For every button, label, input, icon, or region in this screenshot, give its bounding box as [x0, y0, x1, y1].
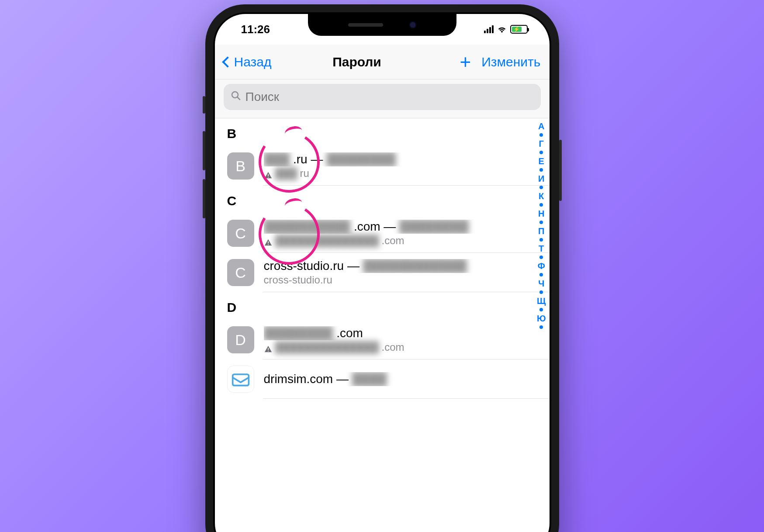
row-body: cross-studio.ru — ████████████cross-stud…: [264, 259, 537, 286]
row-title: ██████████.com — ████████: [264, 220, 537, 234]
row-subtitle: ███ru: [264, 167, 537, 180]
password-row[interactable]: Ccross-studio.ru — ████████████cross-stu…: [215, 253, 550, 292]
warning-icon: [264, 237, 273, 245]
section-header-D: D: [215, 292, 550, 320]
index-letter[interactable]: Щ: [537, 297, 546, 305]
row-title: cross-studio.ru — ████████████: [264, 259, 537, 273]
index-letter[interactable]: Ч: [538, 279, 544, 288]
svg-line-1: [237, 97, 240, 100]
alphabet-index[interactable]: АГЕИКНПТФЧЩЮ: [537, 120, 546, 399]
row-body: drimsim.com — ████: [264, 372, 537, 386]
notch: [308, 14, 456, 36]
site-initial-icon: C: [227, 220, 254, 247]
index-dot: [539, 290, 543, 294]
row-subtitle: cross-studio.ru: [264, 274, 537, 286]
index-letter[interactable]: К: [539, 192, 544, 200]
index-letter[interactable]: А: [538, 122, 544, 131]
section-header-B: B: [215, 118, 550, 146]
add-button[interactable]: +: [460, 51, 471, 73]
password-row[interactable]: B███.ru — ████████ ███ru: [215, 146, 550, 186]
site-favicon: [227, 366, 254, 393]
page-title: Пароли: [254, 55, 460, 69]
svg-rect-2: [268, 174, 269, 176]
row-title: drimsim.com — ████: [264, 372, 537, 386]
svg-rect-6: [268, 348, 269, 350]
nav-bar: Назад Пароли + Изменить: [215, 45, 550, 79]
svg-rect-7: [268, 351, 269, 352]
site-initial-icon: D: [227, 326, 254, 353]
svg-rect-3: [268, 177, 269, 178]
edit-button[interactable]: Изменить: [481, 55, 540, 69]
index-letter[interactable]: Ю: [537, 314, 546, 323]
row-title: ███.ru — ████████: [264, 152, 537, 166]
password-row[interactable]: D████████.com ██████████████.com: [215, 320, 550, 359]
site-initial-icon: C: [227, 259, 254, 286]
index-letter[interactable]: Т: [539, 244, 544, 253]
cellular-signal-icon: [484, 25, 494, 33]
status-time: 11:26: [241, 23, 270, 36]
row-body: ██████████.com — ████████ ██████████████…: [264, 220, 537, 247]
index-dot: [539, 273, 543, 276]
index-letter[interactable]: И: [538, 174, 544, 183]
svg-rect-5: [268, 244, 269, 245]
row-title: ████████.com: [264, 326, 537, 340]
index-dot: [539, 221, 543, 224]
svg-rect-8: [232, 374, 249, 386]
status-right: ⚡: [484, 25, 528, 34]
password-row[interactable]: drimsim.com — ████: [215, 359, 550, 399]
index-letter[interactable]: Е: [539, 157, 544, 166]
wifi-icon: [497, 25, 507, 33]
password-row[interactable]: C██████████.com — ████████ █████████████…: [215, 214, 550, 253]
index-dot: [539, 151, 543, 154]
warning-icon: [264, 169, 273, 177]
index-dot: [539, 133, 543, 137]
warning-icon: [264, 343, 273, 351]
screen: 11:26 ⚡ Назад Па: [215, 14, 550, 532]
row-body: ███.ru — ████████ ███ru: [264, 152, 537, 180]
index-dot: [539, 308, 543, 311]
password-list[interactable]: BB███.ru — ████████ ███ruCC██████████.co…: [215, 118, 550, 399]
battery-icon: ⚡: [510, 25, 528, 34]
svg-rect-4: [268, 242, 269, 244]
search-icon: [231, 90, 241, 104]
row-subtitle: ██████████████.com: [264, 341, 537, 353]
index-dot: [539, 203, 543, 207]
phone-frame: 11:26 ⚡ Назад Па: [205, 4, 559, 532]
index-letter[interactable]: Г: [539, 139, 544, 148]
index-dot: [539, 238, 543, 242]
site-initial-icon: B: [227, 152, 254, 180]
index-letter[interactable]: Н: [538, 209, 544, 218]
search-field[interactable]: [224, 84, 541, 110]
search-input[interactable]: [245, 90, 534, 104]
section-header-C: C: [215, 186, 550, 214]
index-letter[interactable]: Ф: [538, 262, 545, 270]
index-dot: [539, 256, 543, 259]
index-dot: [539, 325, 543, 329]
index-dot: [539, 186, 543, 189]
row-subtitle: ██████████████.com: [264, 235, 537, 247]
index-letter[interactable]: П: [538, 227, 544, 235]
chevron-left-icon: [222, 56, 233, 67]
search-container: [215, 79, 550, 118]
index-dot: [539, 168, 543, 172]
row-body: ████████.com ██████████████.com: [264, 326, 537, 353]
